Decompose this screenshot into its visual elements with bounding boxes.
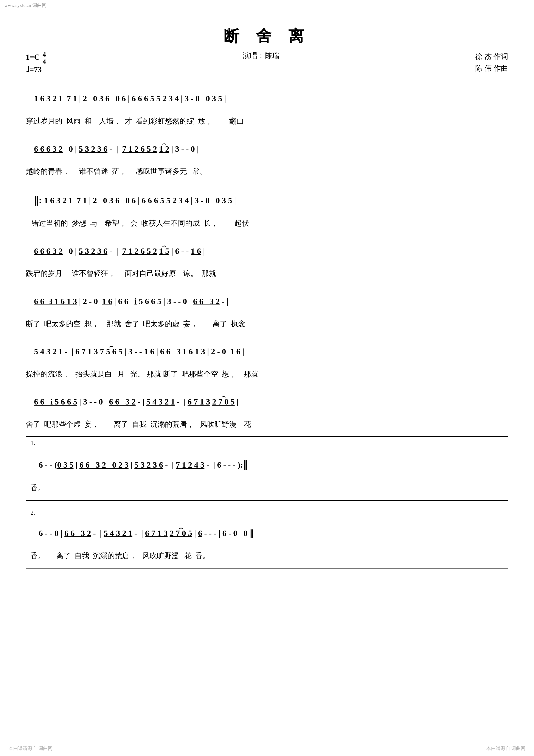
music-section-2: 6 6 6 3 2 0 | 5 3 2 3 6 - | 7 1 2 6 5 2 …: [26, 133, 508, 177]
watermark-bottom-left: 本曲谱请源自 词曲网: [9, 745, 53, 752]
notation-1: 1 6 3 2 1 7 1 | 2 0 3 6 0 6 | 6 6 6 5 5 …: [26, 83, 508, 115]
music-section-4: 6 6 6 3 2 0 | 5 3 2 3 6 - | 7 1 2 6 5 2 …: [26, 235, 508, 279]
author-block: 徐 杰 作词 陈 伟 作曲: [475, 51, 508, 74]
section-2-box: 2. 6 - - 0 | 6 6 3 2 - | 5 4 3 2 1 - | 6…: [26, 506, 508, 569]
notation-s1: 6 - - (0 3 5 | 6 6 3 2 0 2 3 | 5 3 2 3 6…: [31, 448, 503, 481]
lyric-1: 穿过岁月的 风雨 和 人墙， 才 看到彩虹悠然的绽 放， 翻山: [26, 116, 508, 126]
section-1-box: 1. 6 - - (0 3 5 | 6 6 3 2 0 2 3 | 5 3 2 …: [26, 436, 508, 500]
notation-3: ‖: 1 6 3 2 1 7 1 | 2 0 3 6 0 6 | 6 6 6 5…: [26, 183, 508, 217]
music-section-1: 1 6 3 2 1 7 1 | 2 0 3 6 0 6 | 6 6 6 5 5 …: [26, 83, 508, 126]
section-1-label: 1.: [31, 440, 503, 446]
notation-4: 6 6 6 3 2 0 | 5 3 2 3 6 - | 7 1 2 6 5 2 …: [26, 235, 508, 267]
music-section-6: 5 4 3 2 1 - | 6 7 1 3 ⌢7 5 6 5 | 3 - - 1…: [26, 336, 508, 380]
performer: 演唱：陈瑞: [47, 51, 475, 61]
music-section-7: 6 6 i 5 6 6 5 | 3 - - 0 6 6 3 2 - | 5 4 …: [26, 386, 508, 430]
tempo: ♩=73: [26, 65, 47, 74]
key-time: 1=C 44: [26, 51, 47, 65]
lyric-s1: 香。: [31, 482, 503, 493]
notation-7: 6 6 i 5 6 6 5 | 3 - - 0 6 6 3 2 - | 5 4 …: [26, 386, 508, 418]
lyric-7: 舍了 吧那些个虚 妄， 离了 自我 沉溺的荒唐， 风吹旷野漫 花: [26, 419, 508, 430]
lyric-6: 操控的流浪， 抬头就是白 月 光。 那就 断了 吧那些个空 想， 那就: [26, 368, 508, 380]
lyric-s2: 香。 离了 自我 沉溺的荒唐， 风吹旷野漫 花 香。: [31, 550, 503, 561]
notation-5: 6 6 3 1 6 1 3 | 2 - 0 1 6 | 6 6 i 5 6 6 …: [26, 285, 508, 317]
lyric-5: 断了 吧太多的空 想， 那就 舍了 吧太多的虚 妄， 离了 执念: [26, 318, 508, 329]
section-2-label: 2.: [31, 509, 503, 516]
watermark-bottom-right: 本曲谱源自 词曲网: [486, 745, 525, 752]
notation-2: 6 6 6 3 2 0 | 5 3 2 3 6 - | 7 1 2 6 5 2 …: [26, 133, 508, 165]
watermark-top: www.syxlc.cn 词曲网: [4, 2, 46, 9]
music-section-3: ‖: 1 6 3 2 1 7 1 | 2 0 3 6 0 6 | 6 6 6 5…: [26, 183, 508, 229]
lyric-4: 跌宕的岁月 谁不曾轻狂， 面对自己最好原 谅。 那就: [26, 268, 508, 279]
notation-6: 5 4 3 2 1 - | 6 7 1 3 ⌢7 5 6 5 | 3 - - 1…: [26, 336, 508, 368]
lyric-2: 越岭的青春， 谁不曾迷 茫， 感叹世事诸多无 常。: [26, 166, 508, 177]
lyric-3: 错过当初的 梦想 与 希望， 会 收获人生不同的成 长， 起伏: [26, 218, 508, 229]
title: 断 舍 离: [26, 26, 508, 46]
music-section-5: 6 6 3 1 6 1 3 | 2 - 0 1 6 | 6 6 i 5 6 6 …: [26, 285, 508, 329]
notation-s2: 6 - - 0 | 6 6 3 2 - | 5 4 3 2 1 - | 6 7 …: [31, 517, 503, 549]
